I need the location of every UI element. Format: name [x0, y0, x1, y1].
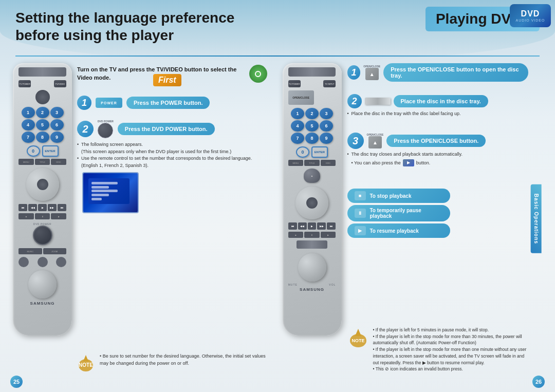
num-r-9: 9	[320, 133, 333, 144]
stop-playback-ctrl: ■ To stop playback	[347, 189, 450, 203]
right-step-2-instruction: Place the disc in the disc tray.	[394, 95, 488, 107]
num-zero-r: 0	[296, 146, 309, 158]
remote-r-bottom-labels: MUTE VOL	[288, 283, 336, 286]
round-btn-2	[38, 257, 48, 267]
tv-input-btn-r: TV INPUT	[323, 80, 336, 87]
note-icon-svg-right: NOTE	[347, 327, 369, 348]
remote-numpad-r: 1 2 3 4 5 6 7 8 9	[291, 108, 333, 144]
right-step-3-play-row: • You can also press the ▶ button.	[347, 159, 529, 166]
play-r-3: ▶	[308, 222, 317, 230]
remote-small-row-3: MUSIC ZOOM	[18, 248, 66, 254]
vol-label: VOL	[329, 283, 336, 286]
first-badge: First	[153, 74, 181, 86]
remote-small-row-2: ■ ⏸ ▶	[18, 213, 66, 219]
open-close-icon-area-1: OPEN/CLOSE ▲	[363, 65, 380, 80]
tv-power-btn-r: TV POWER	[288, 80, 301, 87]
dvd-power-visual	[98, 123, 113, 138]
note-bullet-1: • If the player is left for 5 minutes in…	[373, 327, 529, 333]
step-2-row: 2 DVD POWER Press the DVD POWER button.	[77, 120, 267, 138]
play-r-2: ◀◀	[298, 222, 307, 230]
play-btn-1: ⏮	[18, 204, 27, 211]
step-2-bullet-2: Use the remote control to set the number…	[77, 155, 267, 169]
note-text-right: • If the player is left for 5 minutes in…	[373, 327, 529, 372]
screen-image	[82, 172, 139, 213]
note-bullet-3: • If the player is left in the stop mode…	[373, 346, 529, 366]
dvd-logo: DVD AUDIO VIDEO	[510, 4, 551, 27]
num-enter-btn: ENTER	[42, 145, 59, 157]
dvd-power-icon-area: DVD POWER	[98, 120, 114, 138]
right-step-1-number: 1	[347, 65, 361, 80]
right-note: NOTE • If the player is left for 5 minut…	[347, 325, 529, 372]
num-r-1: 1	[291, 108, 304, 119]
play-btn-5: ⏭	[58, 204, 66, 211]
header-divider	[15, 55, 540, 57]
right-step-1-instruction: Press the OPEN/CLOSE button to open the …	[383, 63, 528, 82]
step-1-instruction: Press the POWER button.	[126, 97, 210, 109]
resume-playback-label: To resume playback	[370, 228, 419, 234]
power-icon-box: POWER	[96, 98, 122, 108]
svg-marker-1	[83, 355, 88, 361]
dvd-logo-subtext: AUDIO VIDEO	[516, 18, 545, 22]
right-step-2-number: 2	[347, 94, 362, 108]
remote-mid-bar	[297, 240, 327, 249]
remote-small-row-1: MENU TITLE DISC	[18, 159, 66, 165]
remote-control-right: TV POWER TV INPUT OPEN/CLOSE 1 2 3 4 5 6…	[283, 63, 342, 335]
remote-small-row-r2: ■ ⏸ ▶	[288, 232, 336, 238]
svg-marker-4	[355, 329, 361, 336]
stop-playback-label: To stop playback	[370, 193, 412, 199]
tiny-btn-r3: DISC	[321, 160, 336, 166]
screen-line-4	[91, 194, 109, 196]
first-instruction-area: First Turn on the TV and press the TV/VI…	[77, 65, 267, 83]
num-3: 3	[50, 107, 64, 118]
remote-control-left: TV POWER TV/VIDEO 1 2 3 4 5 6 7 8 9 0 EN…	[13, 63, 72, 335]
right-step-2-bullet: Place the disc in the tray with the disc…	[347, 110, 529, 118]
pause-playback-label: To temporarily pause playback	[370, 208, 443, 219]
remote-play-row-r: ⏮ ◀◀ ▶ ▶▶ ⏭	[288, 222, 336, 230]
mute-label: MUTE	[288, 283, 298, 286]
note-icon-left: NOTE	[76, 353, 96, 372]
tv-video-inner	[255, 71, 261, 77]
remote-nav-center	[37, 179, 48, 190]
num-5: 5	[36, 119, 49, 130]
right-step-2: 2 Place the disc in the disc tray. Place…	[347, 94, 529, 118]
remote-vol-wheel-r	[298, 253, 326, 282]
tv-power-btn: TV POWER	[18, 80, 31, 87]
step-2-instruction: Press the DVD POWER button.	[118, 123, 215, 135]
right-step-3-bullet-1: The disc tray closes and playback starts…	[347, 151, 529, 158]
num-1: 1	[22, 107, 35, 118]
play-btn-3: ▶	[38, 204, 47, 211]
play-btn-inline: ▶	[403, 159, 414, 166]
num-enter-r: ENTER	[311, 146, 328, 158]
main-content: TV POWER TV/VIDEO 1 2 3 4 5 6 7 8 9 0 EN…	[0, 61, 555, 377]
remote-small-row-r1: MENU TITLE DISC	[288, 160, 336, 166]
page-header: Setting the language preference before u…	[15, 9, 540, 44]
tiny-btn-5: ⏸	[35, 213, 50, 219]
num-r-2: 2	[305, 108, 319, 119]
play-r-5: ⏭	[327, 222, 336, 230]
tiny-btn-r5: ⏸	[304, 232, 320, 238]
samsung-logo-right: SAMSUNG	[300, 287, 324, 292]
left-step-2: 2 DVD POWER Press the DVD POWER button. …	[77, 120, 267, 213]
page-num-right: 26	[532, 376, 545, 388]
play-btn-2: ◀◀	[28, 204, 37, 211]
left-panel: TV POWER TV/VIDEO 1 2 3 4 5 6 7 8 9 0 EN…	[0, 61, 271, 377]
open-close-visual-1: ▲	[365, 68, 379, 80]
tiny-btn-8: ZOOM	[43, 248, 66, 254]
right-panel: TV POWER TV INPUT OPEN/CLOSE 1 2 3 4 5 6…	[271, 61, 556, 377]
note-section-right: NOTE • If the player is left for 5 minut…	[347, 327, 529, 372]
num-r-3: 3	[320, 108, 333, 119]
remote-volume-wheel	[28, 270, 57, 298]
note-text-left: • Be sure to set number for the desired …	[100, 353, 267, 367]
remote-bottom-btns	[18, 257, 66, 267]
note-icon-right: NOTE	[347, 327, 369, 348]
step-2-bullet-1: The following screen appears.	[77, 141, 267, 148]
num-zero-btn: 0	[27, 145, 40, 157]
num-7: 7	[22, 132, 35, 143]
tiny-btn-r6: ▶	[321, 232, 336, 238]
num-9: 9	[50, 132, 64, 143]
remote-play-row: ⏮ ◀◀ ▶ ▶▶ ⏭	[18, 204, 66, 211]
num-r-5: 5	[305, 120, 319, 132]
button-text: button.	[416, 160, 431, 165]
num-4: 4	[22, 119, 35, 130]
remote-r-mid	[297, 240, 327, 250]
